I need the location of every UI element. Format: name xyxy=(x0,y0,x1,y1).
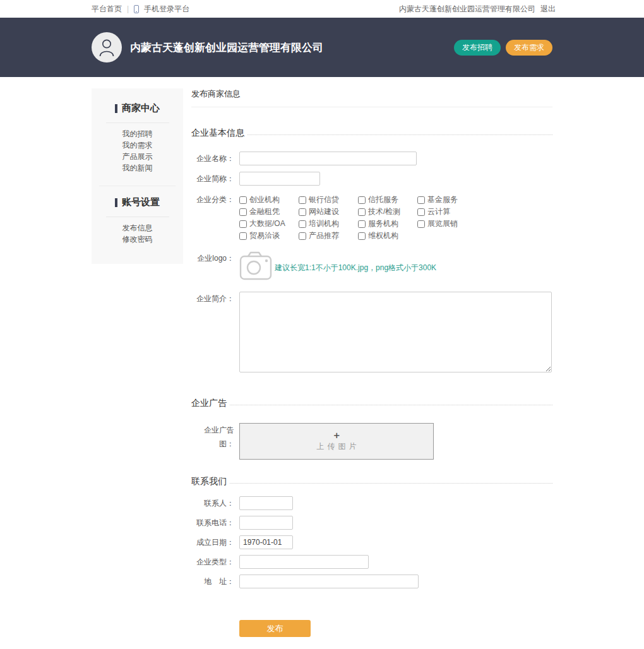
company-name-input[interactable] xyxy=(239,152,417,165)
category-option[interactable]: 服务机构 xyxy=(358,218,417,229)
contact-phone-input[interactable] xyxy=(239,516,293,530)
section-title-ad: 企业广告 xyxy=(191,398,552,409)
sidebar-item-my-demands[interactable]: 我的需求 xyxy=(92,141,183,150)
header: 内蒙古天蓬创新创业园运营管理有限公司 发布招聘 发布需求 xyxy=(0,18,644,77)
publish-submit-button[interactable]: 发布 xyxy=(239,620,311,637)
category-option-label: 金融租凭 xyxy=(249,206,280,217)
category-checkbox-grid: 创业机构 银行信贷 信托服务 基金服务 金融租凭 网站建设 技术/检测 云计算 … xyxy=(239,194,477,241)
section-title-label: 企业广告 xyxy=(191,398,227,409)
address-input[interactable] xyxy=(239,575,419,588)
main-content: 发布商家信息 企业基本信息 企业名称： 企业简称： 企业分类： 创业机构 银行信… xyxy=(191,88,552,638)
sidebar-section-title-account: 账号设置 xyxy=(92,196,183,208)
founding-date-label: 成立日期： xyxy=(191,535,234,549)
contact-person-input[interactable] xyxy=(239,496,293,510)
dotted-rule xyxy=(247,134,552,135)
topbar-separator: | xyxy=(127,4,129,13)
checkbox[interactable] xyxy=(239,232,247,240)
checkbox[interactable] xyxy=(358,196,366,204)
checkbox[interactable] xyxy=(239,220,247,228)
page-title: 内蒙古天蓬创新创业园运营管理有限公司 xyxy=(130,40,323,55)
home-link[interactable]: 平台首页 xyxy=(92,4,122,15)
category-option[interactable]: 展览展销 xyxy=(417,218,477,229)
category-option[interactable]: 创业机构 xyxy=(239,194,299,205)
category-option-label: 大数据/OA xyxy=(249,218,285,229)
checkbox[interactable] xyxy=(417,196,425,204)
category-option[interactable]: 信托服务 xyxy=(358,194,417,205)
section-title-label: 企业基本信息 xyxy=(191,128,244,139)
category-option-label: 贸易洽谈 xyxy=(249,230,280,241)
category-option[interactable]: 产品推荐 xyxy=(299,230,358,241)
section-title-basic-info: 企业基本信息 xyxy=(191,128,552,139)
company-name-label: 企业名称： xyxy=(191,152,234,165)
company-intro-textarea[interactable] xyxy=(239,292,552,372)
category-option[interactable]: 云计算 xyxy=(417,206,477,217)
category-option[interactable]: 网站建设 xyxy=(299,206,358,217)
avatar xyxy=(92,32,122,63)
sidebar-item-my-news[interactable]: 我的新闻 xyxy=(92,164,183,173)
checkbox[interactable] xyxy=(299,220,306,228)
checkbox[interactable] xyxy=(239,208,247,216)
divider xyxy=(106,217,169,217)
ad-image-upload-box[interactable]: ＋ 上传图片 xyxy=(239,423,434,460)
checkbox[interactable] xyxy=(239,196,247,204)
person-icon xyxy=(98,38,115,57)
category-option-label: 云计算 xyxy=(427,206,450,217)
logo-hint-text: 建议长宽1:1不小于100K.jpg，png格式小于300K xyxy=(275,263,436,273)
company-short-name-label: 企业简称： xyxy=(191,172,234,186)
phone-icon xyxy=(134,5,139,13)
dotted-rule xyxy=(230,483,552,484)
category-option[interactable]: 技术/检测 xyxy=(358,206,417,217)
logo-label: 企业logo： xyxy=(191,251,234,265)
category-label: 企业分类： xyxy=(191,194,234,205)
publish-demand-button[interactable]: 发布需求 xyxy=(506,40,552,56)
checkbox[interactable] xyxy=(358,220,366,228)
accent-bar xyxy=(115,198,117,207)
category-option-label: 创业机构 xyxy=(249,194,280,205)
category-option[interactable]: 贸易洽谈 xyxy=(239,230,299,241)
category-option[interactable]: 培训机构 xyxy=(299,218,358,229)
category-option[interactable]: 金融租凭 xyxy=(239,206,299,217)
category-option[interactable]: 维权机构 xyxy=(358,230,417,241)
sidebar-title-label: 账号设置 xyxy=(122,196,160,208)
checkbox[interactable] xyxy=(417,220,425,228)
accent-bar xyxy=(115,104,117,113)
category-option-label: 技术/检测 xyxy=(368,206,400,217)
company-short-name-input[interactable] xyxy=(239,172,320,186)
checkbox[interactable] xyxy=(299,196,306,204)
checkbox[interactable] xyxy=(358,208,366,216)
checkbox[interactable] xyxy=(358,232,366,240)
category-option-label: 服务机构 xyxy=(368,218,398,229)
sidebar-item-publish-info[interactable]: 发布信息 xyxy=(92,223,183,233)
divider xyxy=(99,186,176,186)
founding-date-input[interactable] xyxy=(239,535,293,549)
category-option-label: 培训机构 xyxy=(309,218,339,229)
logo-upload-button[interactable] xyxy=(239,251,272,280)
category-option-label: 维权机构 xyxy=(368,230,398,241)
checkbox[interactable] xyxy=(299,232,306,240)
checkbox[interactable] xyxy=(299,208,306,216)
checkbox[interactable] xyxy=(417,208,425,216)
category-option-label: 银行信贷 xyxy=(309,194,339,205)
category-option-label: 展览展销 xyxy=(427,218,458,229)
address-label: 地 址： xyxy=(191,575,234,588)
company-type-label: 企业类型： xyxy=(191,555,234,569)
camera-icon xyxy=(239,251,272,280)
logout-link[interactable]: 退出 xyxy=(540,4,556,15)
topbar: 平台首页 | 手机登录平台 内蒙古天蓬创新创业园运营管理有限公司 退出 xyxy=(0,0,644,18)
dotted-rule xyxy=(230,405,552,405)
contact-person-label: 联系人： xyxy=(191,496,234,510)
contact-phone-label: 联系电话： xyxy=(191,516,234,530)
section-title-label: 联系我们 xyxy=(191,476,227,487)
category-option[interactable]: 银行信贷 xyxy=(299,194,358,205)
sidebar-item-change-password[interactable]: 修改密码 xyxy=(92,235,183,244)
category-option-label: 网站建设 xyxy=(309,206,339,217)
category-option[interactable]: 大数据/OA xyxy=(239,218,299,229)
sidebar-item-products[interactable]: 产品展示 xyxy=(92,152,183,162)
category-option[interactable]: 基金服务 xyxy=(417,194,477,205)
sidebar-item-my-jobs[interactable]: 我的招聘 xyxy=(92,129,183,139)
mobile-login-link[interactable]: 手机登录平台 xyxy=(144,4,189,15)
company-type-input[interactable] xyxy=(239,555,369,569)
plus-icon: ＋ xyxy=(332,431,342,439)
divider xyxy=(106,122,169,123)
publish-job-button[interactable]: 发布招聘 xyxy=(454,40,501,56)
